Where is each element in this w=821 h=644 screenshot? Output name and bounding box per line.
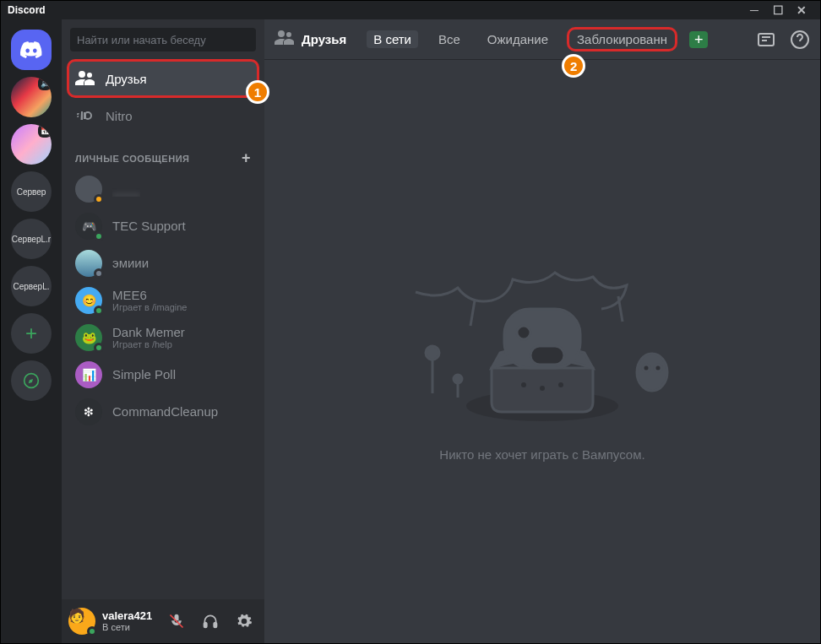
gear-icon: [236, 613, 253, 630]
create-dm-button[interactable]: +: [242, 149, 251, 167]
tab-online[interactable]: В сети: [367, 30, 418, 48]
wumpus-illustration: [365, 241, 720, 427]
dm-header-label: ЛИЧНЫЕ СООБЩЕНИЯ: [75, 154, 189, 164]
server-rail: 🔊 📅 Сервер СерверL.r СерверL. +: [1, 19, 62, 643]
status-online-icon: [94, 343, 104, 353]
dm-name: Dank Memer: [112, 325, 185, 339]
titlebar: Discord ─ ☐ ✕: [1, 1, 820, 19]
app-title: Discord: [8, 4, 46, 16]
help-icon: [790, 30, 810, 50]
close-button[interactable]: ✕: [790, 1, 813, 19]
server-item[interactable]: 📅: [11, 124, 52, 165]
headphones-icon: [202, 613, 219, 630]
user-settings-button[interactable]: [231, 608, 258, 635]
svg-point-16: [454, 375, 462, 383]
nitro-nav-item[interactable]: Nitro: [68, 98, 258, 133]
annotation-step-2: 2: [562, 54, 585, 78]
svg-point-19: [540, 386, 545, 391]
dm-section-header: ЛИЧНЫЕ СООБЩЕНИЯ +: [62, 134, 264, 170]
dm-item[interactable]: эмиии: [68, 246, 258, 281]
home-button[interactable]: [11, 30, 52, 70]
nitro-label: Nitro: [106, 109, 133, 123]
friends-nav-item[interactable]: Друзья: [68, 61, 258, 96]
new-group-dm-button[interactable]: [756, 30, 776, 50]
status-offline-icon: [94, 268, 104, 279]
self-username: valera421: [102, 610, 156, 622]
dm-name: TEC Support: [112, 219, 186, 233]
discord-logo-icon: [19, 41, 43, 58]
find-conversation-button[interactable]: Найти или начать беседу: [70, 28, 256, 51]
avatar: [75, 250, 102, 277]
empty-state: Никто не хочет играть с Вампусом.: [264, 60, 820, 643]
self-status: В сети: [102, 622, 156, 632]
chat-plus-icon: [756, 30, 776, 50]
friends-header-icon: [275, 28, 295, 51]
dm-item[interactable]: 🐸 Dank MemerИграет в /help: [68, 320, 258, 355]
user-panel: 🧑 valera421 В сети: [62, 599, 264, 643]
server-item[interactable]: Сервер: [11, 171, 52, 212]
nitro-icon: [75, 106, 95, 126]
dm-item[interactable]: 📊 Simple Poll: [68, 357, 258, 392]
header-title: Друзья: [302, 32, 346, 46]
server-item[interactable]: СерверL.r: [11, 219, 52, 259]
avatar: [75, 176, 102, 203]
mute-mic-button[interactable]: [163, 608, 190, 635]
main-panel: Друзья В сети Все Ожидание Заблокированн…: [264, 19, 820, 643]
dm-item[interactable]: ❇ CommandCleanup: [68, 394, 258, 430]
dm-name: CommandCleanup: [112, 404, 218, 419]
server-item[interactable]: СерверL.: [11, 266, 52, 306]
tab-all[interactable]: Все: [432, 30, 467, 48]
maximize-button[interactable]: ☐: [766, 1, 790, 19]
dm-activity: Играет в /help: [112, 339, 185, 350]
server-item[interactable]: 🔊: [11, 77, 52, 117]
self-avatar[interactable]: 🧑: [68, 608, 95, 635]
friends-label: Друзья: [106, 72, 147, 86]
tab-pending[interactable]: Ожидание: [481, 30, 555, 48]
main-header: Друзья В сети Все Ожидание Заблокированн…: [264, 19, 820, 60]
compass-icon: [19, 372, 43, 389]
dm-name: Simple Poll: [112, 367, 176, 382]
channel-sidebar: Найти или начать беседу Друзья 1 Nitro: [62, 19, 264, 643]
avatar: 📊: [75, 361, 102, 388]
dm-name: MEE6: [112, 288, 187, 302]
svg-point-8: [517, 326, 530, 339]
status-online-icon: [94, 231, 104, 241]
avatar: 🎮: [75, 213, 102, 240]
mic-muted-icon: [168, 613, 185, 630]
dm-name: ____: [112, 181, 140, 196]
help-button[interactable]: [790, 30, 810, 50]
svg-rect-2: [204, 623, 207, 628]
friends-icon: [75, 68, 95, 89]
svg-rect-3: [214, 623, 216, 628]
empty-state-text: Никто не хочет играть с Вампусом.: [439, 447, 644, 462]
avatar: 😊: [75, 287, 102, 314]
dm-item[interactable]: 🎮 TEC Support: [68, 208, 258, 244]
svg-line-17: [470, 300, 475, 326]
add-friend-button[interactable]: +: [689, 31, 709, 48]
search-placeholder: Найти или начать беседу: [77, 34, 206, 46]
status-online-icon: [94, 306, 104, 316]
speaker-badge-icon: 🔊: [38, 77, 52, 90]
calendar-badge-icon: 📅: [38, 124, 52, 138]
dm-item[interactable]: 😊 MEE6Играет в /imagine: [68, 283, 258, 318]
status-idle-icon: [94, 194, 104, 204]
svg-point-10: [637, 354, 667, 391]
svg-point-12: [655, 365, 661, 371]
minimize-button[interactable]: ─: [742, 1, 766, 19]
status-online-icon: [87, 626, 97, 636]
svg-point-20: [558, 382, 563, 387]
deafen-button[interactable]: [197, 608, 224, 635]
dm-name: эмиии: [112, 256, 149, 270]
dm-item[interactable]: ____: [68, 171, 258, 207]
explore-button[interactable]: [11, 360, 52, 401]
svg-rect-9: [530, 346, 564, 365]
add-server-button[interactable]: +: [11, 313, 52, 354]
dm-activity: Играет в /imagine: [112, 302, 187, 313]
svg-point-11: [643, 365, 650, 371]
svg-point-21: [521, 382, 526, 387]
annotation-step-1: 1: [246, 80, 269, 104]
svg-point-14: [426, 346, 439, 360]
avatar: 🐸: [75, 324, 102, 351]
tab-blocked[interactable]: Заблокированн: [568, 29, 676, 50]
avatar: ❇: [75, 398, 102, 425]
